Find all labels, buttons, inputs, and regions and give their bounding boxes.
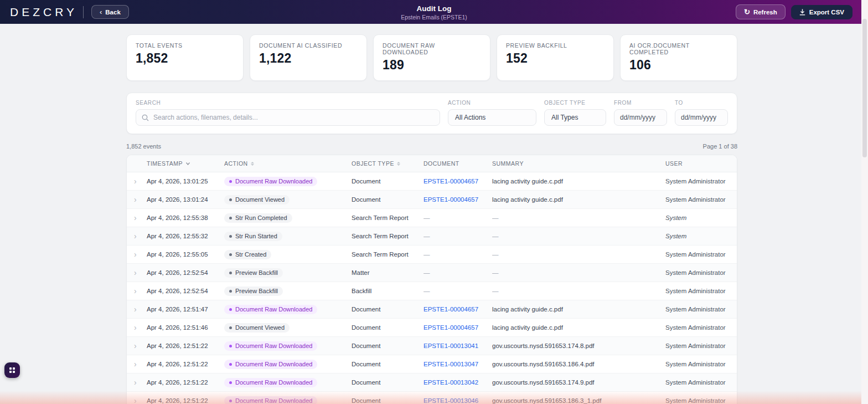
cell-object-type: Document: [352, 324, 423, 331]
stat-card-total-events: TOTAL EVENTS 1,852: [126, 34, 244, 81]
to-date-label: TO: [675, 100, 728, 106]
search-field-group: SEARCH: [136, 100, 440, 126]
cell-summary: —: [492, 251, 665, 258]
page-scrollbar[interactable]: [861, 0, 868, 404]
table-row[interactable]: › Apr 4, 2026, 12:55:38 Str Run Complete…: [127, 209, 737, 227]
action-badge: Document Viewed: [224, 323, 290, 333]
table-row[interactable]: › Apr 4, 2026, 12:55:32 Str Run Started …: [127, 227, 737, 246]
to-date-input[interactable]: dd/mm/yyyy: [675, 109, 728, 126]
cell-document: —: [423, 214, 492, 221]
table-row[interactable]: › Apr 4, 2026, 12:51:22 Document Raw Dow…: [127, 374, 737, 392]
cell-user: System Administrator: [665, 288, 737, 294]
column-header-object-type[interactable]: OBJECT TYPE: [352, 160, 423, 167]
cell-user: System Administrator: [665, 397, 737, 404]
cell-object-type: Document: [352, 306, 423, 313]
row-expand-chevron[interactable]: ›: [127, 396, 147, 404]
row-expand-chevron[interactable]: ›: [127, 195, 147, 204]
cell-object-type: Matter: [352, 269, 423, 276]
cell-document[interactable]: EPSTE1-00004657: [423, 324, 492, 331]
cell-action: Document Raw Downloaded: [224, 177, 352, 186]
page-title: Audit Log: [401, 4, 467, 12]
from-date-input[interactable]: dd/mm/yyyy: [614, 109, 667, 126]
cell-summary: gov.uscourts.nysd.591653.174.9.pdf: [492, 379, 665, 386]
action-dot-icon: [229, 217, 232, 219]
table-row[interactable]: › Apr 4, 2026, 12:55:05 Str Created Sear…: [127, 246, 737, 264]
table-header-row: TIMESTAMP ACTION OBJECT TYPE DOCUMENT SU…: [127, 155, 737, 172]
column-label: OBJECT TYPE: [352, 160, 394, 167]
cell-action: Str Run Started: [224, 232, 352, 241]
row-expand-chevron[interactable]: ›: [127, 213, 147, 222]
action-filter-group: ACTION All Actions: [448, 100, 536, 126]
stat-label: DOCUMENT AI CLASSIFIED: [259, 42, 358, 49]
from-date-label: FROM: [614, 100, 667, 106]
row-expand-chevron[interactable]: ›: [127, 287, 147, 295]
action-filter-select[interactable]: All Actions: [448, 109, 536, 126]
table-row[interactable]: › Apr 4, 2026, 12:51:46 Document Viewed …: [127, 319, 737, 337]
cell-timestamp: Apr 4, 2026, 12:51:22: [147, 379, 224, 386]
scrollbar-thumb[interactable]: [862, 19, 867, 157]
main-content: TOTAL EVENTS 1,852 DOCUMENT AI CLASSIFIE…: [126, 34, 737, 404]
column-header-timestamp[interactable]: TIMESTAMP: [147, 160, 224, 167]
cell-user: System Administrator: [665, 196, 737, 203]
sort-updown-icon: [251, 162, 254, 166]
refresh-button[interactable]: ↻ Refresh: [736, 4, 786, 19]
row-expand-chevron[interactable]: ›: [127, 250, 147, 259]
action-badge-label: Preview Backfill: [235, 269, 278, 276]
table-row[interactable]: › Apr 4, 2026, 12:51:22 Document Raw Dow…: [127, 337, 737, 355]
cell-action: Document Viewed: [224, 195, 352, 204]
cell-summary: gov.uscourts.nysd.591653.186.3_1.pdf: [492, 397, 665, 404]
cell-document: —: [423, 288, 492, 294]
action-dot-icon: [229, 290, 232, 293]
cell-document[interactable]: EPSTE1-00013047: [423, 361, 492, 367]
row-expand-chevron[interactable]: ›: [127, 360, 147, 369]
topbar-title-block: Audit Log Epstein Emails (EPSTE1): [401, 4, 467, 20]
stat-label: AI OCR.DOCUMENT COMPLETED: [629, 42, 728, 55]
filter-bar: SEARCH ACTION All Actions OBJECT TYPE Al…: [126, 93, 737, 134]
row-expand-chevron[interactable]: ›: [127, 177, 147, 186]
row-expand-chevron[interactable]: ›: [127, 378, 147, 387]
export-csv-button[interactable]: Export CSV: [791, 5, 852, 19]
page-subtitle: Epstein Emails (EPSTE1): [401, 13, 467, 20]
app-launcher-button[interactable]: [4, 362, 20, 378]
row-expand-chevron[interactable]: ›: [127, 268, 147, 277]
table-row[interactable]: › Apr 4, 2026, 12:52:54 Preview Backfill…: [127, 282, 737, 300]
back-button[interactable]: ‹ Back: [91, 5, 129, 19]
row-expand-chevron[interactable]: ›: [127, 323, 147, 332]
column-header-action[interactable]: ACTION: [224, 160, 352, 167]
action-badge: Document Raw Downloaded: [224, 177, 317, 186]
cell-document[interactable]: EPSTE1-00004657: [423, 196, 492, 203]
export-csv-label: Export CSV: [809, 9, 844, 16]
action-filter-value: All Actions: [455, 114, 485, 121]
cell-document[interactable]: EPSTE1-00004657: [423, 306, 492, 313]
row-expand-chevron[interactable]: ›: [127, 232, 147, 241]
cell-action: Str Created: [224, 250, 352, 259]
cell-timestamp: Apr 4, 2026, 12:55:38: [147, 214, 224, 221]
cell-document[interactable]: EPSTE1-00013041: [423, 342, 492, 349]
table-row[interactable]: › Apr 4, 2026, 12:51:22 Document Raw Dow…: [127, 355, 737, 374]
table-row[interactable]: › Apr 4, 2026, 12:51:22 Document Raw Dow…: [127, 392, 737, 404]
cell-document[interactable]: EPSTE1-00013042: [423, 379, 492, 386]
table-row[interactable]: › Apr 4, 2026, 12:51:47 Document Raw Dow…: [127, 300, 737, 319]
search-box[interactable]: [136, 109, 440, 126]
cell-object-type: Search Term Report: [352, 214, 423, 221]
cell-document[interactable]: EPSTE1-00013046: [423, 397, 492, 404]
events-count: 1,852 events: [126, 143, 161, 150]
row-expand-chevron[interactable]: ›: [127, 341, 147, 350]
action-badge: Document Raw Downloaded: [224, 396, 317, 404]
back-button-label: Back: [105, 9, 121, 16]
row-expand-chevron[interactable]: ›: [127, 305, 147, 314]
object-type-filter-select[interactable]: All Types: [544, 109, 606, 126]
search-input[interactable]: [153, 114, 434, 121]
table-row[interactable]: › Apr 4, 2026, 13:01:24 Document Viewed …: [127, 191, 737, 209]
action-dot-icon: [229, 272, 232, 274]
cell-summary: lacing activity guide.c.pdf: [492, 324, 665, 331]
table-body: › Apr 4, 2026, 13:01:25 Document Raw Dow…: [127, 172, 737, 404]
action-badge-label: Str Run Started: [235, 233, 277, 239]
cell-summary: gov.uscourts.nysd.591653.174.8.pdf: [492, 342, 665, 349]
action-badge-label: Document Raw Downloaded: [235, 342, 312, 349]
table-row[interactable]: › Apr 4, 2026, 12:52:54 Preview Backfill…: [127, 264, 737, 282]
cell-document[interactable]: EPSTE1-00004657: [423, 178, 492, 185]
table-row[interactable]: › Apr 4, 2026, 13:01:25 Document Raw Dow…: [127, 172, 737, 191]
sort-updown-icon: [397, 162, 400, 166]
stat-value: 1,852: [136, 51, 234, 66]
